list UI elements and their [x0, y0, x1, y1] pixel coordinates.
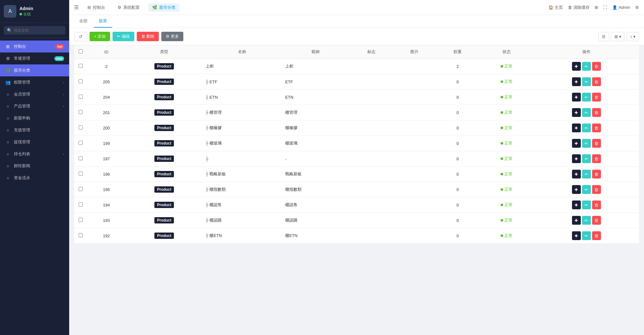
search-input[interactable] [14, 28, 62, 33]
sidebar-item-members[interactable]: ○ 会员管理 › [0, 88, 69, 100]
status-badge: 正常 [482, 202, 530, 208]
unknown-button[interactable]: ⊞ [595, 5, 598, 10]
row-delete-button[interactable]: 🗑 [592, 170, 601, 178]
row-logo [350, 182, 393, 197]
row-edit-button[interactable]: ✏ [582, 77, 591, 86]
status-text: 正常 [504, 156, 513, 162]
row-add-button[interactable]: ✚ [572, 93, 581, 102]
row-delete-button[interactable]: 🗑 [592, 108, 601, 117]
circle-icon: ○ [5, 116, 11, 121]
sidebar-item-permissions[interactable]: 👥 权限管理 › [0, 76, 69, 88]
sidebar-item-stock-category[interactable]: 🌿 股市分类 [0, 64, 69, 76]
row-delete-button[interactable]: 🗑 [592, 154, 601, 163]
clear-cache-button[interactable]: 🗑 清除缓存 [568, 5, 590, 10]
refresh-button[interactable]: ↺ [74, 32, 87, 41]
row-checkbox[interactable] [79, 218, 83, 222]
row-edit-button[interactable]: ✏ [582, 62, 591, 71]
row-checkbox[interactable] [79, 141, 83, 145]
status-dot-icon [501, 234, 503, 237]
select-all-checkbox[interactable] [79, 49, 83, 53]
row-edit-button[interactable]: ✏ [582, 108, 591, 117]
row-add-button[interactable]: ✚ [572, 200, 581, 209]
row-checkbox[interactable] [79, 156, 83, 160]
delete-button[interactable]: 🗑 删除 [137, 32, 159, 41]
list-view-button[interactable]: ☰ [598, 32, 609, 41]
search-icon: 🔍 [7, 28, 12, 33]
row-checkbox[interactable] [79, 202, 83, 206]
row-edit-button[interactable]: ✏ [582, 185, 591, 194]
table-wrapper: ID 类型 名称 昵称 标志 图片 权重 状态 操作 2 Product [69, 45, 644, 249]
sidebar-item-products[interactable]: ○ 产品管理 › [0, 100, 69, 112]
hamburger-icon[interactable]: ☰ [74, 4, 79, 10]
row-checkbox[interactable] [79, 125, 83, 129]
fullscreen-button[interactable]: ⛶ [603, 5, 607, 10]
row-add-button[interactable]: ✚ [572, 154, 581, 163]
row-add-button[interactable]: ✚ [572, 124, 581, 132]
row-checkbox-cell [74, 213, 87, 228]
row-delete-button[interactable]: 🗑 [592, 185, 601, 194]
export-button[interactable]: ↕ ▾ [627, 32, 639, 41]
edit-button[interactable]: ✏ 编辑 [113, 32, 134, 41]
tab-stocks[interactable]: 股票 [94, 15, 112, 28]
sidebar-item-dashboard[interactable]: ⊞ 控制台 hot [0, 41, 69, 52]
row-add-button[interactable]: ✚ [572, 77, 581, 86]
home-button[interactable]: 🏠 主页 [548, 5, 563, 10]
row-add-button[interactable]: ✚ [572, 108, 581, 117]
sidebar-item-capital-flow[interactable]: ○ 资金流水 [0, 172, 69, 184]
user-avatar-button[interactable]: 👤 Admin [612, 5, 630, 10]
row-checkbox[interactable] [79, 187, 83, 191]
row-id: 199 [87, 136, 126, 151]
row-edit-button[interactable]: ✏ [582, 154, 591, 163]
row-add-button[interactable]: ✚ [572, 62, 581, 71]
row-checkbox[interactable] [79, 95, 83, 99]
row-delete-button[interactable]: 🗑 [592, 62, 601, 71]
sidebar-item-general[interactable]: ⚙ 常规管理 new [0, 52, 69, 64]
grid-view-button[interactable]: ⊞ ▾ [611, 32, 625, 41]
row-delete-button[interactable]: 🗑 [592, 93, 601, 102]
row-delete-button[interactable]: 🗑 [592, 216, 601, 225]
row-edit-button[interactable]: ✏ [582, 170, 591, 178]
sidebar-item-new-shares[interactable]: ○ 新股申购 [0, 112, 69, 124]
row-add-button[interactable]: ✚ [572, 139, 581, 148]
row-edit-button[interactable]: ✏ [582, 139, 591, 148]
row-edit-button[interactable]: ✏ [582, 216, 591, 225]
table-row: 196 Product ├ 戰略新板 戰略新板 0 正常 ✚ ✏ 🗑 [74, 167, 639, 182]
more-button[interactable]: ⚙ 更多 [161, 32, 183, 41]
circle-icon: ○ [5, 128, 11, 133]
row-checkbox-cell [74, 182, 87, 197]
row-id: 2 [87, 59, 126, 74]
row-delete-button[interactable]: 🗑 [592, 231, 601, 240]
sidebar-item-recharge[interactable]: ○ 充值管理 [0, 124, 69, 136]
row-id: 197 [87, 151, 126, 167]
table-body: 2 Product 上柜 上柜 2 正常 ✚ ✏ 🗑 205 Product ├… [74, 59, 639, 244]
row-checkbox[interactable] [79, 233, 83, 237]
row-edit-button[interactable]: ✏ [582, 200, 591, 209]
topnav-tab-dashboard[interactable]: ⊞ 控制台 [84, 3, 109, 12]
row-delete-button[interactable]: 🗑 [592, 124, 601, 132]
settings-button[interactable]: ⚙ [635, 5, 639, 10]
col-type: 类型 [126, 45, 203, 59]
row-add-button[interactable]: ✚ [572, 216, 581, 225]
sidebar-item-finance-news[interactable]: ○ 财经新闻 [0, 160, 69, 172]
tab-all[interactable]: 全部 [74, 15, 92, 28]
row-checkbox[interactable] [79, 64, 83, 68]
search-field-container[interactable]: 🔍 [4, 26, 65, 35]
row-delete-button[interactable]: 🗑 [592, 200, 601, 209]
add-button[interactable]: + 添加 [90, 32, 110, 41]
topnav-tab-sysconfig[interactable]: ⚙ 系统配置 [114, 3, 143, 12]
row-add-button[interactable]: ✚ [572, 231, 581, 240]
row-add-button[interactable]: ✚ [572, 170, 581, 178]
row-delete-button[interactable]: 🗑 [592, 77, 601, 86]
row-delete-button[interactable]: 🗑 [592, 139, 601, 148]
row-checkbox[interactable] [79, 79, 83, 83]
row-edit-button[interactable]: ✏ [582, 93, 591, 102]
row-edit-button[interactable]: ✏ [582, 231, 591, 240]
row-checkbox[interactable] [79, 110, 83, 114]
row-checkbox[interactable] [79, 172, 83, 176]
row-edit-button[interactable]: ✏ [582, 124, 591, 132]
topnav-tab-stock-category[interactable]: 🌿 股市分类 [148, 3, 179, 12]
row-add-button[interactable]: ✚ [572, 185, 581, 194]
sidebar-item-positions[interactable]: ○ 持仓列表 › [0, 148, 69, 160]
page-content: 全部 股票 ↺ + 添加 ✏ 编辑 🗑 删除 ⚙ 更多 ☰ ⊞ ▾ ↕ ▾ [69, 15, 644, 335]
sidebar-item-withdraw[interactable]: ○ 提现管理 [0, 136, 69, 148]
